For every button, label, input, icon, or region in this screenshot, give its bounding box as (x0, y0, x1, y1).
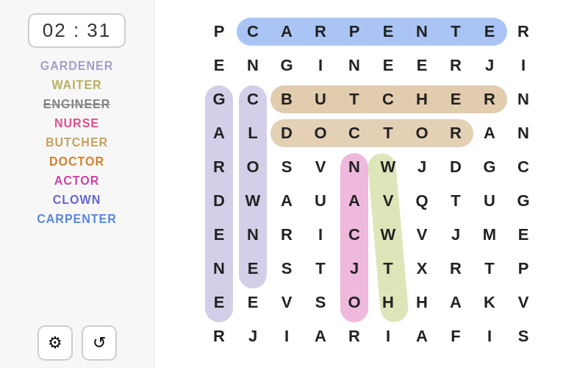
cell-2-8[interactable]: R (473, 82, 506, 116)
cell-7-9[interactable]: P (506, 252, 540, 286)
cell-4-8[interactable]: G (473, 150, 506, 184)
cell-5-6[interactable]: Q (405, 184, 439, 218)
cell-2-7[interactable]: E (439, 82, 473, 116)
cell-4-5[interactable]: W (371, 150, 405, 184)
cell-1-0[interactable]: E (202, 49, 236, 82)
cell-7-0[interactable]: N (202, 252, 236, 286)
cell-7-2[interactable]: S (270, 252, 304, 286)
cell-0-6[interactable]: N (405, 15, 439, 49)
cell-6-4[interactable]: C (337, 218, 371, 252)
cell-8-5[interactable]: H (371, 286, 405, 319)
cell-2-5[interactable]: C (371, 82, 405, 116)
cell-9-9[interactable]: S (506, 319, 540, 353)
cell-5-9[interactable]: G (506, 184, 540, 218)
cell-6-2[interactable]: R (270, 218, 304, 252)
cell-1-5[interactable]: E (371, 49, 405, 82)
cell-3-7[interactable]: R (439, 116, 473, 150)
cell-7-6[interactable]: X (405, 252, 439, 286)
cell-8-7[interactable]: A (439, 286, 473, 319)
cell-2-9[interactable]: N (506, 82, 540, 116)
cell-8-9[interactable]: V (506, 286, 540, 319)
cell-7-7[interactable]: R (439, 252, 473, 286)
cell-4-7[interactable]: D (439, 150, 473, 184)
cell-9-5[interactable]: I (371, 319, 405, 353)
cell-6-5[interactable]: W (371, 218, 405, 252)
cell-9-4[interactable]: R (337, 319, 371, 353)
cell-6-3[interactable]: I (304, 218, 337, 252)
cell-1-2[interactable]: G (270, 49, 304, 82)
cell-5-0[interactable]: D (202, 184, 236, 218)
cell-8-0[interactable]: E (202, 286, 236, 319)
refresh-button[interactable]: ↺ (82, 325, 117, 361)
cell-1-8[interactable]: J (473, 49, 506, 82)
cell-9-1[interactable]: J (236, 319, 270, 353)
cell-9-8[interactable]: I (473, 319, 506, 353)
cell-3-1[interactable]: L (236, 116, 270, 150)
cell-2-1[interactable]: C (236, 82, 270, 116)
cell-5-7[interactable]: T (439, 184, 473, 218)
cell-2-4[interactable]: T (337, 82, 371, 116)
cell-5-2[interactable]: A (270, 184, 304, 218)
cell-2-0[interactable]: G (202, 82, 236, 116)
cell-3-9[interactable]: N (506, 116, 540, 150)
cell-8-6[interactable]: H (405, 286, 439, 319)
cell-0-0[interactable]: P (202, 15, 236, 49)
cell-2-2[interactable]: B (270, 82, 304, 116)
cell-0-3[interactable]: R (304, 15, 337, 49)
cell-5-3[interactable]: U (304, 184, 337, 218)
cell-4-1[interactable]: O (236, 150, 270, 184)
cell-3-5[interactable]: T (371, 116, 405, 150)
cell-8-4[interactable]: O (337, 286, 371, 319)
cell-0-8[interactable]: E (473, 15, 506, 49)
cell-9-0[interactable]: R (202, 319, 236, 353)
cell-8-8[interactable]: K (473, 286, 506, 319)
cell-9-3[interactable]: A (304, 319, 337, 353)
cell-5-5[interactable]: V (371, 184, 405, 218)
cell-9-6[interactable]: A (405, 319, 439, 353)
cell-4-4[interactable]: N (337, 150, 371, 184)
cell-3-4[interactable]: C (337, 116, 371, 150)
cell-0-2[interactable]: A (270, 15, 304, 49)
cell-8-1[interactable]: E (236, 286, 270, 319)
cell-0-9[interactable]: R (506, 15, 540, 49)
cell-7-3[interactable]: T (304, 252, 337, 286)
cell-5-1[interactable]: W (236, 184, 270, 218)
cell-4-2[interactable]: S (270, 150, 304, 184)
cell-3-0[interactable]: A (202, 116, 236, 150)
cell-4-3[interactable]: V (304, 150, 337, 184)
cell-0-1[interactable]: C (236, 15, 270, 49)
cell-3-6[interactable]: O (405, 116, 439, 150)
cell-3-3[interactable]: O (304, 116, 337, 150)
cell-9-2[interactable]: I (270, 319, 304, 353)
cell-1-4[interactable]: N (337, 49, 371, 82)
cell-7-8[interactable]: T (473, 252, 506, 286)
cell-8-2[interactable]: V (270, 286, 304, 319)
cell-1-1[interactable]: N (236, 49, 270, 82)
cell-6-6[interactable]: V (405, 218, 439, 252)
cell-4-0[interactable]: R (202, 150, 236, 184)
cell-1-7[interactable]: R (439, 49, 473, 82)
cell-8-3[interactable]: S (304, 286, 337, 319)
cell-0-4[interactable]: P (337, 15, 371, 49)
cell-9-7[interactable]: F (439, 319, 473, 353)
cell-0-7[interactable]: T (439, 15, 473, 49)
cell-6-9[interactable]: E (506, 218, 540, 252)
cell-3-2[interactable]: D (270, 116, 304, 150)
cell-6-1[interactable]: N (236, 218, 270, 252)
cell-2-6[interactable]: H (405, 82, 439, 116)
settings-button[interactable]: ⚙ (37, 325, 73, 361)
cell-7-4[interactable]: J (337, 252, 371, 286)
cell-7-5[interactable]: T (371, 252, 405, 286)
cell-6-7[interactable]: J (439, 218, 473, 252)
cell-3-8[interactable]: A (473, 116, 506, 150)
cell-1-3[interactable]: I (304, 49, 337, 82)
cell-1-6[interactable]: E (405, 49, 439, 82)
cell-6-8[interactable]: M (473, 218, 506, 252)
cell-4-9[interactable]: C (506, 150, 540, 184)
cell-6-0[interactable]: E (202, 218, 236, 252)
cell-2-3[interactable]: U (304, 82, 337, 116)
cell-4-6[interactable]: J (405, 150, 439, 184)
cell-0-5[interactable]: E (371, 15, 405, 49)
cell-5-4[interactable]: A (337, 184, 371, 218)
cell-1-9[interactable]: I (506, 49, 540, 82)
